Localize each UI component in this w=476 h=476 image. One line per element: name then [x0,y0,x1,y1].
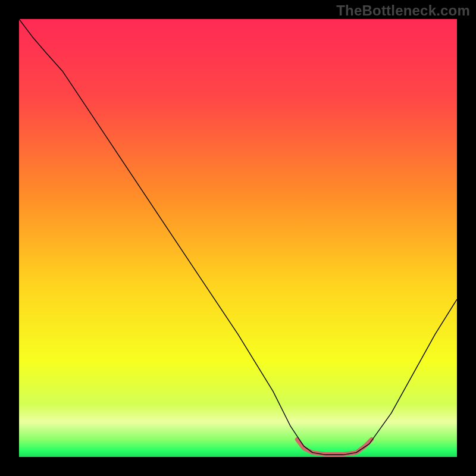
chart-container: TheBottleneck.com [0,0,476,476]
watermark-text: TheBottleneck.com [336,2,470,19]
chart-svg [19,19,457,457]
plot-area [19,19,457,457]
gradient-background [19,19,457,457]
